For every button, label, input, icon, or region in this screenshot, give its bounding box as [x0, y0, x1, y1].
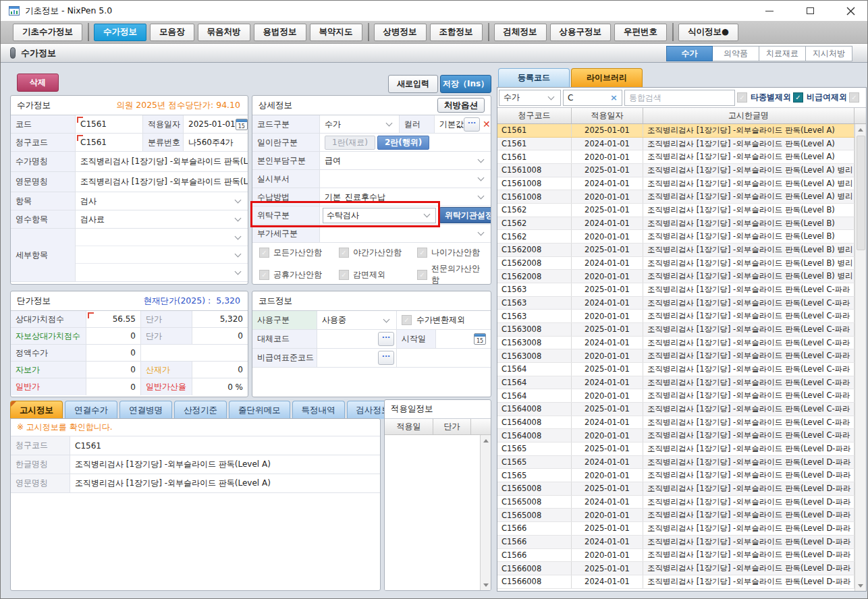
library-row[interactable]: C1565008 2025-01-01 조직병리검사 [1장기당] -외부슬라이… [497, 482, 855, 496]
library-row[interactable]: C1566008 2024-01-01 조직병리검사 [1장기당] -외부슬라이… [497, 575, 855, 589]
library-row[interactable]: C1562 2025-01-01 조직병리검사 [1장기당] -외부슬라이드 판… [497, 204, 855, 217]
library-row[interactable]: C1562008 2025-01-01 조직병리검사 [1장기당] -외부슬라이… [497, 244, 855, 257]
jabo-price-field[interactable]: 0 [86, 362, 141, 378]
sanjae-price-field[interactable]: 0 [192, 362, 248, 378]
view-tab-material[interactable]: 치료재료 [759, 46, 806, 61]
library-row[interactable]: C1564008 2020-01-01 조직병리검사 [1장기당] -외부슬라이… [497, 429, 855, 443]
filter-nonpay-exclude[interactable]: ✓비급여제외 [793, 92, 847, 103]
detail-item-dropdown-3[interactable] [76, 264, 248, 281]
library-row[interactable]: C1561008 2020-01-01 조직병리검사 [1장기당] -외부슬라이… [497, 190, 855, 204]
nonpay-code-search-button[interactable]: ... [378, 351, 394, 365]
suga-name-field[interactable]: 조직병리검사 [1장기당] -외부슬라이드 판독(Level A) [76, 152, 248, 171]
use-type-dropdown[interactable]: 사용중 [317, 311, 397, 329]
tab-suga-info[interactable]: 수가정보 [94, 24, 146, 41]
delete-button[interactable]: 삭제 [17, 74, 59, 92]
tab-linked-suga[interactable]: 연결수가 [65, 401, 117, 419]
view-tab-order[interactable]: 지시처방 [806, 46, 852, 61]
save-button[interactable]: 저장（Ins） [440, 75, 491, 93]
consign-dropdown[interactable]: 수탁검사 [323, 208, 436, 223]
dept-dropdown[interactable] [320, 170, 491, 188]
class-no-field[interactable]: 나560주4가 [184, 134, 248, 151]
code-field[interactable]: C1561 [76, 115, 143, 133]
library-row[interactable]: C1561008 2024-01-01 조직병리검사 [1장기당] -외부슬라이… [497, 177, 855, 191]
tab-specimen-info[interactable]: 검체정보 [494, 24, 547, 41]
checkbox-icon[interactable]: ✓ [402, 315, 412, 325]
nonpay-code-field[interactable]: ... [317, 349, 397, 367]
library-row[interactable]: C1565 2025-01-01 조직병리검사 [1장기당] -외부슬라이드 판… [497, 443, 855, 456]
tab-disease-info[interactable]: 상병정보 [374, 24, 427, 41]
tab-basic-suga-info[interactable]: 기초수가정보 [13, 24, 82, 41]
library-row[interactable]: C1566008 2025-01-01 조직병리검사 [1장기당] -외부슬라이… [497, 562, 855, 575]
library-row[interactable]: C1561008 2025-01-01 조직병리검사 [1장기당] -외부슬라이… [497, 164, 855, 177]
item-dropdown[interactable]: 검사 [76, 192, 248, 210]
library-row[interactable]: C1564 2025-01-01 조직병리검사 [1장기당] -외부슬라이드 판… [497, 363, 855, 376]
extra-filter-checkbox[interactable]: ✓ [849, 92, 859, 103]
tab-special-detail[interactable]: 특정내역 [292, 401, 345, 419]
tab-usage-info[interactable]: 용법정보 [254, 24, 306, 41]
tab-library[interactable]: 라이브러리 [571, 68, 643, 87]
scroll-up-icon[interactable] [856, 124, 866, 135]
calendar-icon[interactable]: 15 [236, 119, 248, 130]
fixed-price-field[interactable]: 0 [86, 345, 141, 361]
color-field[interactable]: 기본값...✕ [435, 115, 491, 133]
line2-action-option[interactable]: 2란(행위) [377, 136, 429, 150]
minimize-button[interactable] [762, 3, 777, 18]
library-row[interactable]: C1565008 2020-01-01 조직병리검사 [1장기당] -외부슬라이… [497, 509, 855, 522]
claim-code-field[interactable]: C1561 [76, 134, 143, 151]
clear-search-icon[interactable]: × [610, 92, 618, 103]
detail-item-dropdown-2[interactable] [76, 246, 248, 264]
alt-code-field[interactable]: ... [317, 330, 397, 348]
check-no-all-surcharge[interactable]: ✓모든가산안함 [259, 247, 339, 258]
library-row[interactable]: C1561 2020-01-01 조직병리검사 [1장기당] -외부슬라이드 판… [497, 150, 855, 164]
check-exempt-discount[interactable]: ✓감면제외 [339, 263, 417, 285]
eng-name-field[interactable]: 조직병리검사 [1장기당] -외부슬라이드 판독(Level A) [76, 172, 248, 192]
scroll-up-icon[interactable] [481, 435, 491, 446]
receipt-item-dropdown[interactable]: 검사료 [76, 210, 248, 228]
library-row[interactable]: C1561 2024-01-01 조직병리검사 [1장기당] -외부슬라이드 판… [497, 138, 855, 151]
library-row[interactable]: C1564 2024-01-01 조직병리검사 [1장기당] -외부슬라이드 판… [497, 376, 855, 390]
library-row[interactable]: C1566 2024-01-01 조직병리검사 [1장기당] -외부슬라이드 판… [497, 536, 855, 549]
check-no-age-surcharge[interactable]: ✓나이가산안함 [417, 247, 484, 258]
library-row[interactable]: C1563 2025-01-01 조직병리검사 [1장기당] -외부슬라이드 판… [497, 283, 855, 297]
view-tab-drug[interactable]: 의약품 [713, 46, 759, 61]
new-entry-button[interactable]: 새로입력 [388, 75, 438, 93]
scroll-down-icon[interactable] [856, 580, 866, 591]
unified-search-input[interactable] [624, 90, 735, 106]
check-no-specialist-surcharge[interactable]: ✓전문의가산안함 [417, 263, 484, 285]
auto-rvs-field[interactable]: 0 [86, 328, 141, 344]
library-row[interactable]: C1564 2020-01-01 조직병리검사 [1장기당] -외부슬라이드 판… [497, 389, 855, 403]
tab-phrase-info[interactable]: 상용구정보 [550, 24, 612, 41]
tab-collection[interactable]: 모음장 [150, 24, 194, 41]
library-row[interactable]: C1562 2024-01-01 조직병리검사 [1장기당] -외부슬라이드 판… [497, 217, 855, 231]
search-category-dropdown[interactable]: 수가 [499, 90, 561, 106]
library-row[interactable]: C1563008 2024-01-01 조직병리검사 [1장기당] -외부슬라이… [497, 337, 855, 350]
tab-zipcode[interactable]: 우편번호 [614, 24, 667, 41]
library-row[interactable]: C1563008 2025-01-01 조직병리검사 [1장기당] -외부슬라이… [497, 323, 855, 337]
tab-line-memo[interactable]: 줄단위메모 [229, 401, 290, 419]
code-type-dropdown[interactable]: 수가 [320, 115, 400, 133]
library-scrollbar[interactable] [855, 124, 866, 591]
general-rate-field[interactable]: 0 % [192, 378, 248, 395]
general-price-field[interactable]: 0 [86, 378, 141, 395]
close-button[interactable] [843, 3, 858, 18]
start-date-field[interactable]: 15 [436, 330, 491, 348]
check-no-night-surcharge[interactable]: ✓야간가산안함 [339, 247, 417, 258]
library-row[interactable]: C1562008 2020-01-01 조직병리검사 [1장기당] -외부슬라이… [497, 270, 855, 283]
consign-org-setting-button[interactable]: 위탁기관설정 [439, 207, 491, 223]
check-no-holiday-surcharge[interactable]: ✓공휴가산안함 [259, 263, 339, 285]
burden-dropdown[interactable]: 급여 [320, 152, 491, 169]
payment-method-dropdown[interactable]: 기본_진료후수납 [320, 188, 491, 206]
library-row[interactable]: C1565008 2024-01-01 조직병리검사 [1장기당] -외부슬라이… [497, 496, 855, 509]
tab-linked-disease[interactable]: 연결병명 [119, 401, 172, 419]
line1-material-option[interactable]: 1란(재료) [325, 136, 375, 150]
maximize-button[interactable] [803, 3, 817, 18]
apply-scrollbar[interactable] [480, 435, 491, 590]
tab-calc-standard[interactable]: 산정기준 [174, 401, 227, 419]
library-row[interactable]: C1566 2025-01-01 조직병리검사 [1장기당] -외부슬라이드 판… [497, 522, 855, 536]
apply-date-field[interactable]: 2025-01-0115 [184, 115, 248, 133]
library-row[interactable]: C1561 2025-01-01 조직병리검사 [1장기당] -외부슬라이드 판… [497, 124, 855, 138]
library-row[interactable]: C1563 2024-01-01 조직병리검사 [1장기당] -외부슬라이드 판… [497, 297, 855, 310]
vat-dropdown[interactable] [320, 225, 491, 242]
calendar-icon[interactable]: 15 [474, 333, 486, 345]
clear-color-icon[interactable]: ✕ [483, 119, 491, 130]
